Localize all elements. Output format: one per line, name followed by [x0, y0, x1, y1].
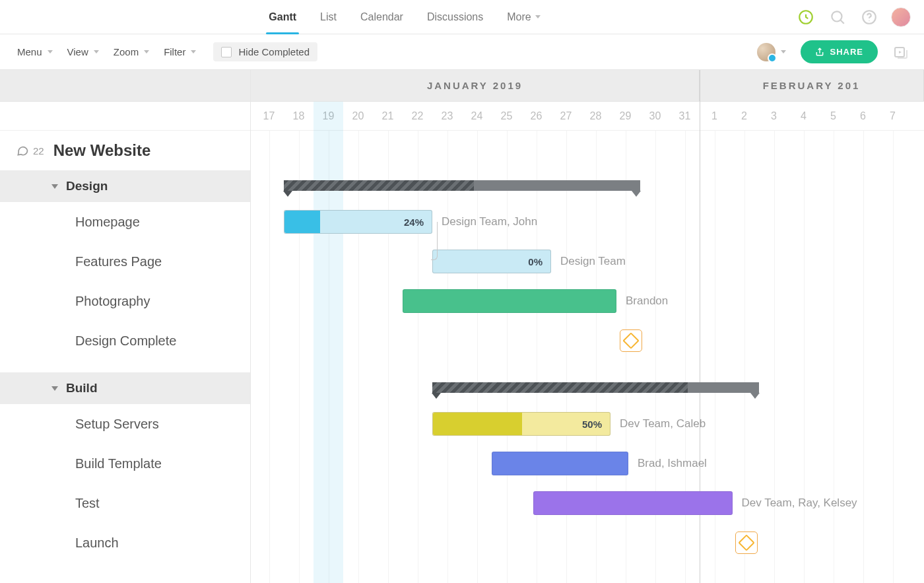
group-header[interactable]: Build [0, 372, 250, 404]
comments-button[interactable]: 22 [16, 144, 44, 157]
day-label: 31 [670, 102, 700, 130]
day-label: 21 [373, 102, 403, 130]
month-label: JANUARY 2019 [251, 70, 700, 101]
timeline-month-header: JANUARY 2019 FEBRUARY 201 [251, 70, 924, 102]
group-header[interactable]: Design [0, 170, 250, 202]
project-title: New Website [53, 141, 151, 160]
svg-point-1 [832, 11, 842, 21]
menu-dropdown[interactable]: Menu [17, 46, 53, 57]
top-nav: Gantt List Calendar Discussions More [0, 0, 924, 34]
project-header: 22 New Website [0, 131, 250, 170]
main-split: 22 New Website DesignHomepageFeatures Pa… [0, 70, 924, 583]
task-row[interactable]: Design Complete [0, 321, 250, 360]
share-button[interactable]: SHARE [801, 40, 878, 63]
task-bar[interactable] [533, 491, 733, 515]
chevron-down-icon [191, 50, 196, 53]
filter-dropdown[interactable]: Filter [164, 46, 196, 57]
day-label: 27 [551, 102, 581, 130]
task-row[interactable]: Homepage [0, 202, 250, 242]
task-row[interactable]: Photography [0, 281, 250, 321]
day-label: 1 [700, 102, 729, 130]
task-row[interactable]: Setup Servers [0, 404, 250, 444]
chevron-down-icon [51, 386, 58, 391]
toolbar: Menu View Zoom Filter Hide Completed SHA… [0, 34, 924, 70]
chevron-down-icon [48, 50, 53, 53]
task-bar[interactable] [492, 452, 628, 475]
recent-icon[interactable] [796, 7, 816, 27]
day-label: 17 [254, 102, 284, 130]
view-tabs: Gantt List Calendar Discussions More [13, 0, 796, 34]
checkbox-icon[interactable] [221, 47, 232, 57]
assignee-label: Design Team, John [442, 215, 537, 228]
milestone-marker[interactable] [735, 532, 758, 554]
summary-bar[interactable] [432, 382, 759, 393]
assignee-label: Brad, Ishmael [638, 457, 707, 470]
tab-calendar[interactable]: Calendar [360, 0, 403, 34]
month-label: FEBRUARY 201 [700, 70, 924, 101]
svg-point-3 [869, 20, 869, 20]
assignee-avatar [757, 43, 776, 61]
timeline-day-ruler: 1718192021222324252627282930311234567 [251, 102, 924, 131]
milestone-marker[interactable] [620, 329, 642, 352]
day-label: 18 [284, 102, 314, 130]
hide-completed-label: Hide Completed [238, 46, 310, 57]
tab-more[interactable]: More [507, 0, 540, 34]
zoom-dropdown[interactable]: Zoom [114, 46, 149, 57]
assignee-label: Dev Team, Caleb [620, 417, 706, 430]
day-label: 20 [343, 102, 373, 130]
task-bar[interactable]: 0% [432, 250, 551, 273]
task-row[interactable]: Test [0, 483, 250, 523]
day-label: 6 [848, 102, 878, 130]
view-dropdown[interactable]: View [67, 46, 99, 57]
day-label: 4 [789, 102, 818, 130]
chevron-down-icon [94, 50, 99, 53]
day-label: 2 [729, 102, 759, 130]
group-name: Build [66, 381, 98, 395]
comment-icon [16, 144, 29, 157]
chevron-down-icon [144, 50, 149, 53]
gantt-chart[interactable]: JANUARY 2019 FEBRUARY 201 17181920212223… [251, 70, 924, 583]
hide-completed-toggle[interactable]: Hide Completed [213, 42, 317, 61]
chevron-down-icon [51, 184, 58, 189]
dependency-line [431, 222, 438, 260]
day-label: 30 [640, 102, 670, 130]
help-icon[interactable] [859, 7, 879, 27]
day-label: 5 [818, 102, 848, 130]
summary-bar[interactable] [284, 180, 640, 191]
task-bar[interactable] [403, 289, 616, 313]
tab-list[interactable]: List [320, 0, 337, 34]
task-row[interactable]: Launch [0, 523, 250, 563]
tab-gantt[interactable]: Gantt [269, 0, 296, 34]
top-nav-actions [796, 7, 911, 27]
day-label: 29 [610, 102, 640, 130]
comment-count: 22 [33, 145, 44, 156]
progress-percent: 24% [404, 217, 424, 228]
task-sidebar: 22 New Website DesignHomepageFeatures Pa… [0, 70, 251, 583]
day-label: 24 [462, 102, 492, 130]
progress-percent: 0% [528, 256, 543, 267]
user-avatar[interactable] [891, 7, 911, 27]
search-icon[interactable] [828, 7, 847, 27]
day-label: 7 [878, 102, 908, 130]
assignee-label: Brandon [626, 294, 668, 308]
tab-discussions[interactable]: Discussions [427, 0, 483, 34]
day-label: 28 [581, 102, 610, 130]
day-label: 23 [432, 102, 462, 130]
present-icon[interactable] [892, 45, 907, 59]
day-label: 3 [759, 102, 789, 130]
task-bar[interactable]: 50% [432, 412, 610, 436]
assignee-label: Dev Team, Ray, Kelsey [742, 497, 857, 510]
day-label: 22 [403, 102, 432, 130]
chevron-down-icon [781, 50, 786, 53]
group-name: Design [66, 179, 108, 193]
task-row[interactable]: Build Template [0, 444, 250, 483]
day-label: 26 [521, 102, 551, 130]
day-label: 25 [492, 102, 521, 130]
assignee-filter[interactable] [757, 43, 786, 61]
assignee-label: Design Team [560, 255, 626, 268]
task-bar[interactable]: 24% [284, 210, 432, 234]
task-row[interactable]: Features Page [0, 242, 250, 281]
share-icon [815, 48, 824, 57]
progress-percent: 50% [582, 419, 602, 430]
chevron-down-icon [535, 15, 541, 18]
